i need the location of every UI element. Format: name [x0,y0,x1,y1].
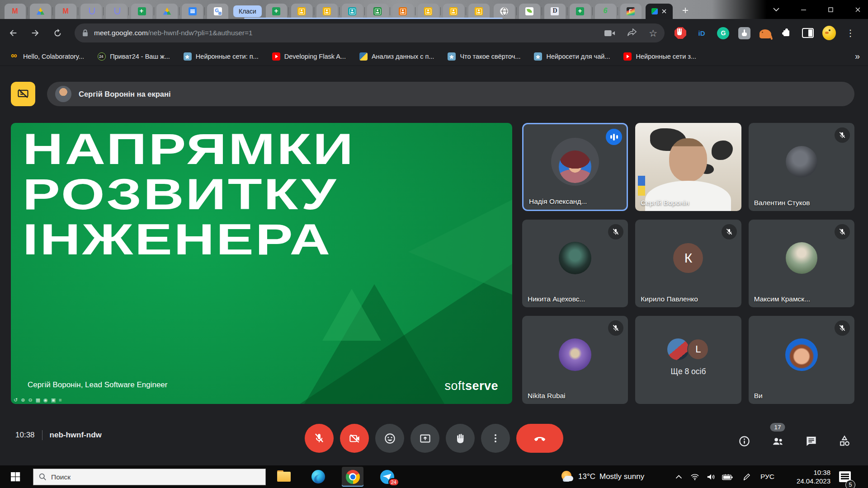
chat-button[interactable] [800,427,822,450]
meeting-details-button[interactable] [733,427,755,450]
tab-search-chevron-icon[interactable] [769,3,783,16]
volume-icon[interactable] [703,465,719,488]
participant-tile[interactable]: К Кирило Павленко [635,220,741,308]
mammoth-extension-icon[interactable] [759,26,772,40]
forward-button[interactable] [26,24,44,42]
browser-tab[interactable] [131,4,152,19]
window-minimize-button[interactable] [797,3,810,16]
telegram-app-icon[interactable]: 24 [376,467,398,487]
participant-tile[interactable]: Валентин Стуков [749,123,854,211]
browser-tab[interactable] [570,4,591,19]
start-button[interactable] [5,465,26,488]
camera-allowed-icon[interactable] [604,29,615,37]
wifi-icon[interactable] [687,465,703,488]
bookmark-item[interactable]: Приват24 - Ваш ж... [98,52,170,61]
docs-favicon [189,7,197,15]
browser-tab[interactable] [182,4,203,19]
language-indicator[interactable]: РУС [760,465,774,488]
participant-tile[interactable]: Надія Олександ... [522,123,628,211]
address-bar[interactable]: meet.google.com/neb-hwnf-ndw?pli=1&authu… [75,23,665,42]
window-maximize-button[interactable] [824,3,837,16]
browser-tab[interactable] [392,4,414,19]
overflow-participants-tile[interactable]: L Ще 8 осіб [635,316,741,404]
participant-tile[interactable]: Никита Ацеховс... [522,220,628,308]
bookmark-item[interactable]: Нейросети для чай... [534,52,610,61]
share-icon[interactable] [627,28,637,38]
python-bookmark-icon [359,52,368,61]
browser-tab[interactable] [291,4,312,19]
browser-tab[interactable] [80,4,102,19]
browser-tab[interactable] [266,4,287,19]
browser-tab[interactable] [367,4,388,19]
weather-widget[interactable]: 13°C Mostly sunny [561,465,644,488]
bookmark-item[interactable]: Hello, Colaboratory... [11,52,84,61]
stop-presenting-button[interactable] [11,82,35,106]
split-screen-icon[interactable] [801,26,815,40]
bookmark-item[interactable]: Нейронные сети з... [623,52,696,61]
file-explorer-app-icon[interactable] [273,467,295,487]
camera-off-button[interactable] [340,424,369,453]
edge-app-icon[interactable] [307,467,329,487]
taskbar-search-box[interactable]: Поиск [33,469,266,485]
browser-tab[interactable] [342,4,363,19]
tab-close-icon[interactable] [661,9,667,14]
browser-menu-icon[interactable]: ⋮ [844,26,857,40]
tab-group-chip[interactable]: Класи [233,5,262,17]
browser-tab[interactable] [595,4,616,19]
id-extension-icon[interactable] [695,26,708,40]
window-close-button[interactable] [851,3,864,16]
back-button[interactable] [4,24,22,42]
present-screen-button[interactable] [410,424,439,453]
reactions-button[interactable] [375,424,404,453]
browser-tab[interactable] [620,4,642,19]
end-call-button[interactable] [516,424,563,453]
browser-tab[interactable] [494,4,515,19]
active-tab-meet[interactable] [646,4,673,19]
adblock-extension-icon[interactable] [674,26,687,40]
browser-tab[interactable] [443,4,464,19]
pen-icon[interactable] [739,465,754,488]
participant-tile[interactable]: Максим Крамск... [749,220,854,308]
touch-extension-icon[interactable] [737,26,751,40]
participant-tile[interactable]: Nikita Rubai [522,316,628,404]
tray-chevron-up-icon[interactable] [671,465,686,488]
browser-tab[interactable] [30,4,51,19]
browser-tab[interactable] [468,4,490,19]
browser-tab[interactable] [316,4,338,19]
browser-tab[interactable] [5,4,26,19]
chrome-app-icon[interactable] [342,467,363,487]
clock[interactable]: 10:38 24.04.2023 [783,465,830,488]
notification-center-button[interactable]: 5 [839,465,851,488]
new-tab-button[interactable] [679,4,692,17]
browser-tab[interactable] [156,4,178,19]
slide-tool-icon: ⊕ [21,397,25,403]
url-text[interactable]: meet.google.com/neb-hwnf-ndw?pli=1&authu… [94,29,253,37]
reload-button[interactable] [48,24,66,42]
self-tile[interactable]: Ви [749,316,854,404]
presenting-banner[interactable]: Сергій Воронін на екрані [47,82,854,106]
more-options-button[interactable] [481,424,510,453]
meet-top-bar: Сергій Воронін на екрані [0,82,868,106]
raise-hand-button[interactable] [446,424,475,453]
bookmark-item[interactable]: Анализ данных с п... [359,52,434,61]
bookmark-item[interactable]: Что такое свёрточ... [448,52,520,61]
profile-avatar[interactable] [822,26,836,40]
browser-tab[interactable] [207,4,228,19]
browser-tab[interactable] [106,4,127,19]
activities-button[interactable] [834,427,855,450]
extensions-puzzle-icon[interactable] [780,26,793,40]
bookmark-star-icon[interactable]: ☆ [649,28,657,38]
mic-off-button[interactable] [305,424,334,453]
participants-button[interactable]: 17 [767,427,788,450]
bookmarks-overflow-chevron[interactable]: » [855,51,860,61]
grammarly-extension-icon[interactable] [716,26,730,40]
bookmark-item[interactable]: Developing Flask A... [272,52,346,61]
browser-tab[interactable] [55,4,76,19]
browser-tab[interactable] [519,4,540,19]
browser-tab[interactable] [544,4,566,19]
browser-tab[interactable] [418,4,439,19]
participant-tile-video[interactable]: Сергій Воронін [635,123,741,211]
presentation-tile[interactable]: НАПРЯМКИ РОЗВИТКУ ІНЖЕНЕРА Сергій Вороні… [11,123,512,404]
bookmark-item[interactable]: Нейронные сети: п... [184,52,259,61]
battery-icon[interactable] [720,465,735,488]
